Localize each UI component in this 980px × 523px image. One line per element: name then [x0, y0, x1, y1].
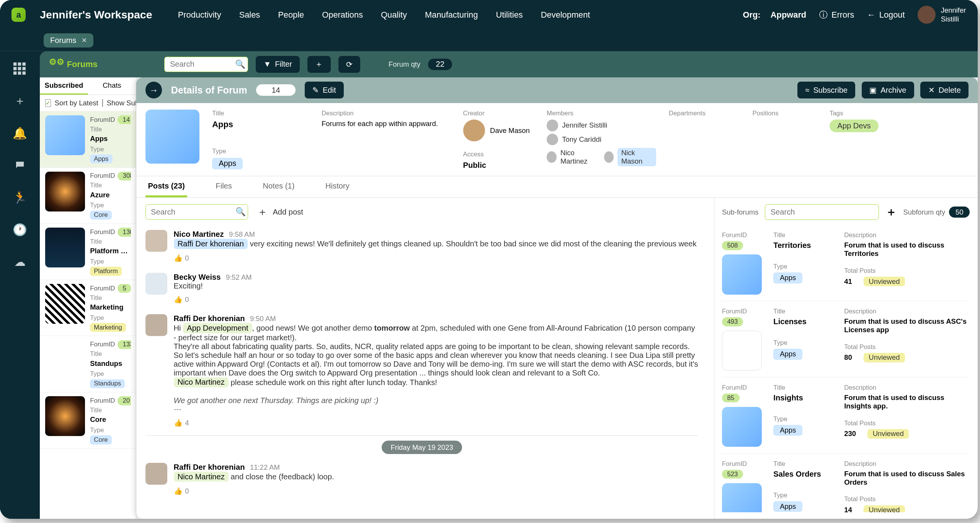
mention[interactable]: Nico Martinez [174, 472, 229, 482]
forum-card[interactable]: ForumID308 Title Azure Type Core [40, 168, 136, 224]
mention[interactable]: Raffi Der khorenian [174, 239, 248, 249]
workspace-title: Jennifer's Workspace [40, 8, 152, 21]
mention[interactable]: Nico Martinez [174, 377, 229, 387]
forum-search[interactable]: 🔍 [164, 57, 248, 72]
forum-thumbnail [45, 228, 85, 267]
forum-card[interactable]: ForumID14 Title Apps Type Apps [40, 111, 136, 168]
sort-checkbox[interactable]: ✓ [45, 99, 51, 107]
search-icon: 🔍 [235, 207, 246, 217]
post-avatar [145, 463, 167, 485]
plus-icon[interactable]: ＋ [13, 94, 27, 108]
gear-icon: ⚙⚙ [49, 57, 63, 71]
post-list[interactable]: Nico Martinez9:58 AM Raffi Der khorenian… [145, 225, 705, 512]
back-button[interactable]: → [145, 82, 162, 98]
forum-qty-label: Forum qty [389, 60, 420, 69]
add-subforum-button[interactable]: ＋ [885, 204, 897, 220]
like-button[interactable]: 👍4 [174, 419, 699, 427]
access-value: Public [463, 161, 534, 170]
nav-operations[interactable]: Operations [322, 10, 363, 20]
subforum-thumbnail [722, 331, 762, 371]
subforum-card[interactable]: ForumID493 TitleLicenses TypeApps Descri… [722, 301, 970, 377]
top-nav: Productivity Sales People Operations Qua… [178, 10, 590, 20]
nav-sales[interactable]: Sales [239, 10, 260, 20]
clock-icon[interactable]: 🕐 [13, 223, 27, 237]
thumbs-up-icon: 👍 [174, 487, 183, 495]
org-selector[interactable]: Org: Appward [743, 10, 807, 20]
detail-type-value: Apps [212, 158, 243, 169]
nav-development[interactable]: Development [541, 10, 590, 20]
member-row[interactable]: Jennifer Sistilli [547, 120, 656, 131]
filter-button[interactable]: ▼Filter [256, 56, 300, 73]
forum-card[interactable]: ForumID20 Title Core Type Core [40, 392, 136, 449]
thumbs-up-icon: 👍 [174, 295, 183, 304]
user-avatar [918, 6, 936, 24]
close-icon[interactable]: ✕ [82, 36, 87, 44]
tab-files[interactable]: Files [213, 176, 235, 197]
subforums-label: Sub-forums [722, 208, 758, 216]
add-post-button[interactable]: ＋Add post [257, 205, 303, 219]
logout-button[interactable]: ←Logout [867, 10, 905, 20]
subscribe-icon: ≈ [805, 86, 809, 95]
edit-button[interactable]: ✎Edit [305, 82, 344, 98]
nav-people[interactable]: People [278, 10, 304, 20]
forum-detail-panel: → Details of Forum 14 ✎Edit ≈Subscribe ▣… [136, 77, 977, 519]
subforum-card[interactable]: ForumID85 TitleInsights TypeApps Descrip… [722, 377, 970, 454]
forum-card[interactable]: ForumID130 Title Platform conc Type Plat… [40, 224, 136, 280]
post-search[interactable]: 🔍 [145, 204, 248, 220]
tab-subscribed[interactable]: Subscribed [40, 77, 88, 95]
like-button[interactable]: 👍0 [174, 487, 699, 495]
tab-notes[interactable]: Notes (1) [260, 176, 297, 197]
member-row[interactable]: Nick Mason [604, 148, 656, 166]
member-row[interactable]: Tony Cariddi [547, 134, 656, 145]
nav-quality[interactable]: Quality [381, 10, 407, 20]
forum-list: Subscribed Chats ✓Sort by Latest Show Su… [40, 77, 136, 519]
nav-utilities[interactable]: Utilities [496, 10, 523, 20]
delete-button[interactable]: ✕Delete [920, 82, 969, 98]
topbar: a Jennifer's Workspace Productivity Sale… [0, 0, 978, 30]
apps-grid-icon[interactable] [13, 62, 27, 76]
subscribe-button[interactable]: ≈Subscribe [797, 82, 855, 98]
search-icon: 🔍 [235, 59, 245, 69]
subforum-qty: 50 [949, 207, 970, 218]
user-menu[interactable]: JenniferSistilli [918, 6, 966, 24]
post-search-input[interactable] [145, 204, 248, 220]
arrow-left-icon: ← [867, 10, 875, 20]
tag-pill[interactable]: App Devs [830, 120, 879, 132]
run-icon[interactable]: 🏃 [13, 190, 27, 205]
tab-posts[interactable]: Posts (23) [145, 176, 188, 197]
add-forum-button[interactable]: ＋ [307, 56, 330, 73]
refresh-button[interactable]: ⟳ [338, 56, 360, 73]
detail-title-value: Apps [212, 120, 309, 130]
thumbs-up-icon: 👍 [174, 254, 183, 262]
forum-thumbnail [45, 115, 85, 155]
subforum-card[interactable]: ForumID523 TitleSales Orders TypeApps De… [722, 454, 970, 512]
subforum-search-input[interactable] [765, 204, 879, 220]
archive-button[interactable]: ▣Archive [862, 82, 914, 98]
app-tab-forums[interactable]: Forums✕ [44, 33, 93, 47]
forum-card[interactable]: ForumID133 Title Standups Type Standups [40, 336, 136, 392]
mention[interactable]: App Development [183, 323, 252, 333]
subforum-card[interactable]: ForumID508 TitleTerritories TypeApps Des… [722, 225, 970, 302]
chat-icon[interactable] [13, 158, 27, 172]
like-button[interactable]: 👍0 [174, 254, 699, 262]
member-row[interactable]: Nico Martinez [547, 148, 598, 166]
cloud-icon[interactable]: ☁ [13, 255, 27, 269]
forum-card[interactable]: ForumID5 Title Marketing Type Marketing [40, 280, 136, 336]
svg-rect-0 [13, 62, 16, 66]
errors-button[interactable]: ⓘErrors [819, 9, 854, 20]
post-item: Raffi Der khorenian9:50 AM Hi App Develo… [145, 309, 699, 433]
tab-chats[interactable]: Chats [88, 77, 136, 95]
like-button[interactable]: 👍0 [174, 295, 699, 304]
post-item: Becky Weiss9:52 AM Exciting! 👍0 [145, 267, 699, 309]
forum-thumbnail [45, 340, 85, 380]
x-icon: ✕ [928, 85, 935, 95]
detail-title: Details of Forum [171, 85, 247, 96]
bell-icon[interactable]: 🔔 [13, 126, 27, 140]
show-subf-checkbox[interactable] [102, 99, 103, 107]
subforum-thumbnail [722, 407, 762, 447]
nav-productivity[interactable]: Productivity [178, 10, 221, 20]
tab-history[interactable]: History [323, 176, 352, 197]
svg-rect-8 [23, 71, 26, 74]
nav-manufacturing[interactable]: Manufacturing [425, 10, 478, 20]
creator-avatar [463, 120, 485, 141]
